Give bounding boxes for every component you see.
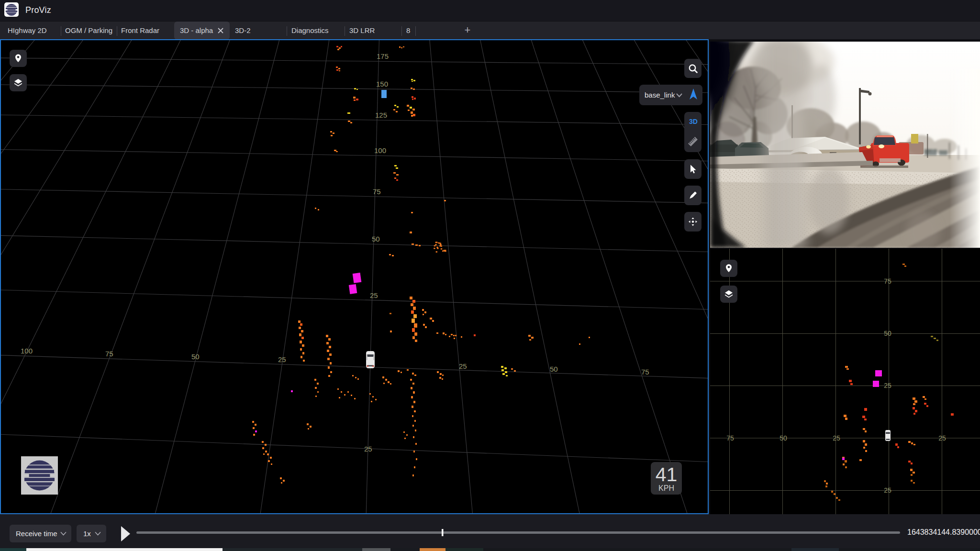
- svg-text:50: 50: [780, 434, 787, 442]
- svg-text:25: 25: [833, 434, 840, 442]
- svg-text:25: 25: [938, 434, 946, 442]
- svg-text:75: 75: [884, 277, 891, 285]
- svg-text:base_link: base_link: [645, 91, 675, 99]
- svg-text:75: 75: [726, 434, 734, 442]
- svg-text:1643834144.839000000: 1643834144.839000000: [907, 528, 980, 536]
- svg-text:3D: 3D: [689, 118, 698, 125]
- svg-text:25: 25: [884, 486, 891, 494]
- svg-text:25: 25: [884, 382, 891, 389]
- svg-text:50: 50: [884, 330, 891, 337]
